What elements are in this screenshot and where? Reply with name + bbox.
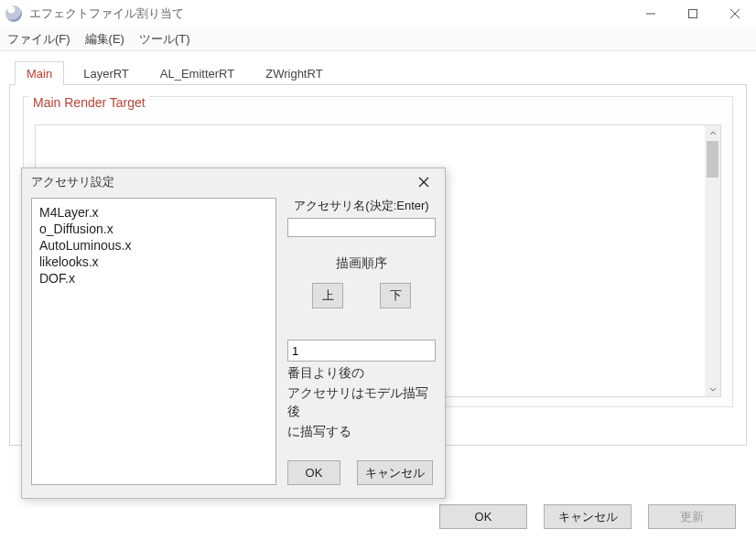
- menu-edit[interactable]: 編集(E): [85, 31, 124, 48]
- app-icon: [5, 5, 22, 22]
- dialog-ok-button[interactable]: OK: [287, 460, 340, 485]
- accessory-settings-dialog: アクセサリ設定 M4Layer.x o_Diffusion.x AutoLumi…: [21, 167, 446, 499]
- tab-layerrt[interactable]: LayerRT: [71, 61, 141, 85]
- scroll-down-icon[interactable]: [705, 381, 720, 396]
- tab-main[interactable]: Main: [15, 61, 64, 85]
- list-item[interactable]: DOF.x: [39, 270, 268, 286]
- cancel-button[interactable]: キャンセル: [544, 504, 632, 529]
- order-text-line3: に描写する: [287, 422, 436, 440]
- dialog-title: アクセサリ設定: [31, 174, 114, 190]
- maximize-button[interactable]: [672, 0, 714, 27]
- order-text-line2: アクセサリはモデル描写後: [287, 383, 436, 420]
- order-up-button[interactable]: 上: [312, 283, 343, 308]
- menu-tool[interactable]: ツール(T): [139, 31, 190, 48]
- order-description: 番目より後の アクセサリはモデル描写後 に描写する: [287, 340, 436, 440]
- list-item[interactable]: o_Diffusion.x: [39, 221, 268, 237]
- footer-buttons: OK キャンセル 更新: [439, 504, 736, 529]
- list-item[interactable]: M4Layer.x: [39, 204, 268, 221]
- svg-rect-1: [689, 10, 697, 18]
- menu-file[interactable]: ファイル(F): [7, 31, 70, 48]
- dialog-close-button[interactable]: [412, 170, 436, 194]
- order-text-suffix1: 番目より後の: [287, 363, 364, 382]
- list-item[interactable]: likelooks.x: [39, 254, 268, 270]
- titlebar: エフェクトファイル割り当て: [0, 0, 756, 27]
- menubar: ファイル(F) 編集(E) ツール(T): [0, 27, 756, 51]
- order-down-button[interactable]: 下: [380, 283, 411, 308]
- window-controls: [630, 0, 756, 27]
- accessory-name-label: アクセサリ名(決定:Enter): [287, 198, 436, 214]
- window-title: エフェクトファイル割り当て: [29, 5, 630, 22]
- list-item[interactable]: AutoLuminous.x: [39, 237, 268, 254]
- ok-button[interactable]: OK: [439, 504, 527, 529]
- dialog-titlebar: アクセサリ設定: [22, 168, 445, 196]
- order-number-input[interactable]: [287, 340, 436, 362]
- tab-al-emitterrt[interactable]: AL_EmitterRT: [148, 61, 246, 85]
- draw-order-label: 描画順序: [287, 255, 436, 272]
- close-button[interactable]: [714, 0, 756, 27]
- group-label: Main Render Target: [29, 95, 149, 110]
- scrollbar-thumb[interactable]: [707, 141, 718, 178]
- accessory-list[interactable]: M4Layer.x o_Diffusion.x AutoLuminous.x l…: [31, 198, 276, 485]
- dialog-cancel-button[interactable]: キャンセル: [357, 460, 433, 485]
- vertical-scrollbar[interactable]: [705, 125, 720, 396]
- update-button[interactable]: 更新: [648, 504, 736, 529]
- tabstrip: Main LayerRT AL_EmitterRT ZWrightRT: [15, 61, 747, 85]
- tab-zwrightrt[interactable]: ZWrightRT: [254, 61, 334, 85]
- accessory-name-input[interactable]: [287, 218, 436, 237]
- scroll-up-icon[interactable]: [705, 125, 720, 141]
- minimize-button[interactable]: [630, 0, 672, 27]
